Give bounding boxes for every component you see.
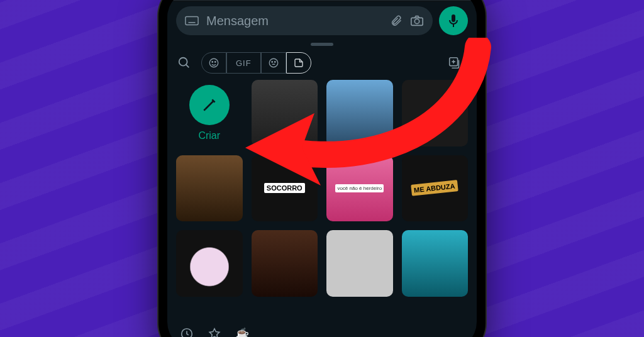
sticker-item[interactable]: você não é herdeiro [326, 155, 393, 222]
camera-icon[interactable] [410, 14, 424, 27]
svg-rect-0 [186, 17, 198, 25]
sticker-text: você não é herdeiro [335, 184, 384, 192]
sticker-item[interactable]: SOCORRO [252, 155, 318, 222]
sticker-pack-row: ☕ [167, 322, 477, 337]
sticker-item[interactable] [326, 80, 393, 146]
tab-emoji[interactable] [201, 52, 226, 74]
add-pack-icon[interactable] [448, 56, 467, 70]
tab-avatar[interactable] [261, 52, 286, 74]
format-tab-group: GIF [201, 52, 311, 74]
sticker-item[interactable] [176, 230, 243, 297]
sticker-item[interactable] [326, 230, 393, 297]
sticker-text: SOCORRO [264, 183, 305, 193]
sticker-item[interactable] [402, 230, 469, 297]
message-field[interactable]: Mensagem [176, 6, 433, 35]
phone-frame: Mensagem GIF [158, 0, 486, 337]
keyboard-icon[interactable] [185, 16, 199, 26]
create-sticker-label: Criar [198, 130, 220, 141]
svg-point-17 [274, 62, 275, 63]
sticker-text: ME ABDUZA [411, 180, 458, 196]
svg-point-14 [215, 62, 216, 63]
search-icon[interactable] [177, 56, 196, 70]
voice-send-button[interactable] [439, 6, 468, 35]
message-input-row: Mensagem [167, 1, 477, 41]
sticker-item[interactable] [252, 230, 318, 297]
message-placeholder: Mensagem [206, 14, 269, 28]
sticker-grid: Criar SOCORRO você não é herdeiro ME ABD… [176, 80, 468, 297]
create-sticker-button[interactable] [189, 85, 230, 125]
svg-point-12 [209, 58, 218, 67]
sticker-item[interactable] [176, 155, 243, 222]
screen: Mensagem GIF [167, 0, 477, 337]
attach-icon[interactable] [390, 14, 402, 28]
svg-point-16 [272, 62, 273, 63]
sticker-item[interactable] [402, 80, 469, 146]
create-sticker-cell: Criar [189, 85, 230, 141]
svg-point-10 [179, 58, 187, 66]
svg-rect-8 [452, 14, 455, 22]
pack-coffee-icon[interactable]: ☕ [235, 327, 249, 337]
svg-point-7 [414, 19, 419, 23]
sticker-item[interactable] [252, 80, 318, 146]
recent-icon[interactable] [180, 327, 194, 337]
tab-gif[interactable]: GIF [226, 52, 261, 74]
sticker-tabs-row: GIF [167, 50, 477, 80]
drawer-drag-handle[interactable] [311, 43, 333, 46]
svg-point-13 [212, 62, 213, 63]
sticker-grid-area: Criar SOCORRO você não é herdeiro ME ABD… [167, 80, 477, 322]
sticker-item[interactable]: ME ABDUZA [402, 155, 469, 222]
tab-sticker[interactable] [286, 52, 311, 74]
favorites-icon[interactable] [208, 327, 221, 337]
svg-point-15 [269, 58, 278, 67]
svg-line-11 [186, 65, 189, 68]
